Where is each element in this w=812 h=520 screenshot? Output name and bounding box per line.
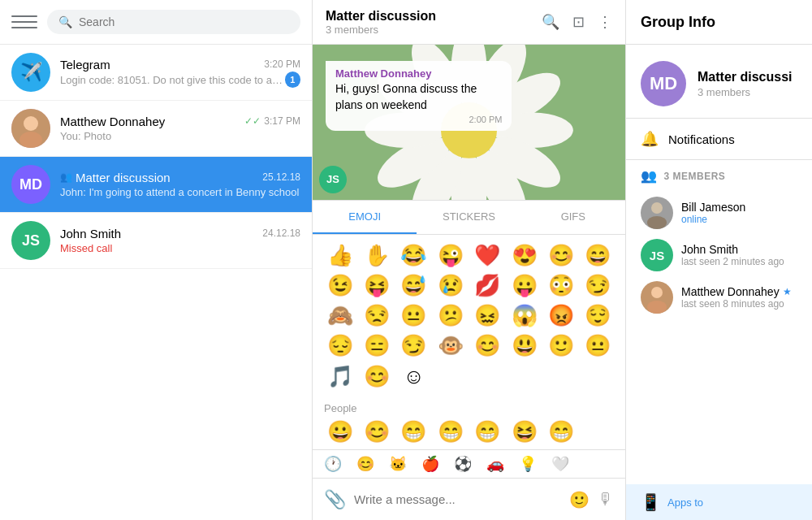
emoji-blush[interactable]: 😊: [472, 333, 503, 358]
emoji-tongue[interactable]: 😝: [361, 273, 392, 298]
group-info-title: Group Info: [641, 14, 715, 31]
emoji-p4[interactable]: 😁: [434, 419, 466, 444]
cat-food[interactable]: 🍎: [421, 455, 439, 473]
chat-item-matter[interactable]: MD 👥 Matter discussion 25.12.18 John: I'…: [0, 157, 312, 213]
avatar-matter: MD: [11, 165, 50, 204]
search-input[interactable]: [79, 15, 289, 28]
emoji-relieved[interactable]: 😌: [582, 303, 614, 328]
emoji-p1[interactable]: 😀: [324, 419, 356, 444]
message-input[interactable]: [354, 492, 561, 506]
chat-title: Matter discussion: [326, 9, 542, 24]
emoji-hearteyes[interactable]: 😍: [508, 243, 540, 268]
emoji-confused[interactable]: 😕: [434, 303, 466, 328]
emoji-wink[interactable]: 😜: [434, 243, 466, 268]
member-item-matthew[interactable]: Matthew Donnahey ★ last seen 8 minutes a…: [641, 276, 797, 318]
mic-button[interactable]: 🎙: [598, 490, 614, 509]
emoji-pensive[interactable]: 😔: [324, 333, 356, 358]
emoji-cry[interactable]: 😢: [434, 273, 466, 298]
chat-item-john[interactable]: JS John Smith 24.12.18 Missed call: [0, 213, 312, 269]
chat-area: Matter discussion 3 members 🔍 ⊡ ⋮: [313, 0, 625, 520]
chat-item-matthew[interactable]: Matthew Donnahey ✓✓ 3:17 PM You: Photo: [0, 101, 312, 157]
emoji-p3[interactable]: 😁: [398, 419, 430, 444]
emoji-kiss[interactable]: 💋: [472, 273, 503, 298]
emoji-unamused[interactable]: 😒: [361, 303, 392, 328]
cat-animals[interactable]: 🐱: [389, 455, 407, 473]
emoji-laugh[interactable]: 😂: [398, 243, 430, 268]
cat-objects[interactable]: 💡: [519, 455, 537, 473]
emoji-note[interactable]: 🎵: [324, 364, 356, 389]
sender-avatar: JS: [319, 166, 347, 193]
cat-symbols[interactable]: 🤍: [551, 455, 569, 473]
emoji-monkey[interactable]: 🙈: [324, 303, 356, 328]
chat-time-matter: 25.12.18: [262, 171, 300, 183]
emoji-tongue2[interactable]: 😛: [508, 273, 540, 298]
member-item-bill[interactable]: Bill Jameson online: [641, 192, 797, 234]
attach-button[interactable]: 📎: [324, 489, 346, 510]
emoji-p7[interactable]: 😁: [545, 419, 577, 444]
more-options-icon[interactable]: ⋮: [598, 13, 612, 31]
cat-people[interactable]: 😊: [356, 455, 374, 473]
emoji-scream[interactable]: 😱: [508, 303, 540, 328]
emoji-sweat[interactable]: 😅: [398, 273, 430, 298]
emoji-angry[interactable]: 😡: [545, 303, 577, 328]
tab-emoji[interactable]: EMOJI: [313, 201, 417, 234]
layout-icon[interactable]: ⊡: [572, 13, 585, 31]
apps-text: Apps to: [667, 496, 703, 509]
chat-preview-matthew: You: Photo: [60, 130, 111, 142]
chat-name-john: John Smith: [60, 227, 121, 240]
emoji-monkey2[interactable]: 🐵: [434, 333, 466, 358]
chat-preview-telegram: Login code: 81051. Do not give this code…: [60, 74, 285, 86]
chat-background: Matthew Donnahey Hi, guys! Gonna discuss…: [313, 45, 625, 200]
emoji-neutral2[interactable]: 😐: [582, 333, 614, 358]
emoji-grid: 👍 ✋ 😂 😜 ❤️ 😍 😊 😄 😉 😝 😅 😢 💋 😛 😳 😏 🙈 😒 😐: [313, 235, 625, 397]
emoji-neutral[interactable]: 😐: [398, 303, 430, 328]
group-avatar-large: MD: [641, 61, 686, 106]
chat-name-matthew: Matthew Donnahey: [60, 115, 165, 128]
emoji-button[interactable]: 🙂: [569, 490, 590, 509]
emoji-grin[interactable]: 😄: [582, 243, 614, 268]
emoji-hand[interactable]: ✋: [361, 243, 392, 268]
cat-recent[interactable]: 🕐: [324, 455, 342, 473]
cat-sports[interactable]: ⚽: [454, 455, 472, 473]
emoji-happy[interactable]: 😊: [361, 364, 392, 389]
tab-stickers[interactable]: STICKERS: [417, 201, 520, 234]
emoji-smiley[interactable]: 😃: [508, 333, 540, 358]
notification-label: Notifications: [668, 132, 735, 146]
member-name-matthew: Matthew Donnahey ★: [681, 285, 792, 298]
emoji-heart[interactable]: ❤️: [472, 243, 503, 268]
chat-list: ✈️ Telegram 3:20 PM Login code: 81051. D…: [0, 45, 312, 520]
emoji-expressionless[interactable]: 😑: [361, 333, 392, 358]
hamburger-menu[interactable]: [11, 9, 37, 35]
members-section: 👥 3 MEMBERS Bill Jameson online JS John …: [626, 160, 812, 323]
emoji-p6[interactable]: 😆: [508, 419, 540, 444]
notifications-row[interactable]: 🔔 Notifications: [626, 119, 812, 160]
search-icon: 🔍: [58, 15, 72, 28]
emoji-thumbsup[interactable]: 👍: [324, 243, 356, 268]
search-box[interactable]: 🔍: [47, 10, 300, 34]
tab-gifs[interactable]: GIFS: [521, 201, 625, 234]
cat-travel[interactable]: 🚗: [486, 455, 504, 473]
member-avatar-john: JS: [641, 239, 673, 271]
chat-time-john: 24.12.18: [262, 228, 300, 239]
emoji-smile[interactable]: 😊: [545, 243, 577, 268]
search-chat-icon[interactable]: 🔍: [542, 13, 559, 31]
emoji-blush2[interactable]: ☺️: [398, 364, 430, 389]
emoji-wink2[interactable]: 😉: [324, 273, 356, 298]
member-item-john[interactable]: JS John Smith last seen 2 minutes ago: [641, 234, 797, 276]
chat-name-matter: 👥 Matter discussion: [60, 171, 171, 184]
avatar-matthew: [11, 109, 50, 148]
emoji-slightly[interactable]: 🙂: [545, 333, 577, 358]
emoji-sleepy[interactable]: 😏: [398, 333, 430, 358]
message-bubble: Matthew Donnahey Hi, guys! Gonna discuss…: [326, 61, 512, 131]
chat-item-telegram[interactable]: ✈️ Telegram 3:20 PM Login code: 81051. D…: [0, 45, 312, 101]
emoji-tired[interactable]: 😖: [472, 303, 503, 328]
emoji-flushed[interactable]: 😳: [545, 273, 577, 298]
svg-point-19: [647, 216, 667, 229]
members-icon: 👥: [641, 168, 658, 184]
apps-to-banner[interactable]: 📱 Apps to: [626, 484, 812, 520]
chat-subtitle: 3 members: [326, 24, 542, 36]
emoji-p2[interactable]: 😊: [361, 419, 392, 444]
emoji-p5[interactable]: 😁: [472, 419, 503, 444]
emoji-smirk[interactable]: 😏: [582, 273, 614, 298]
chat-time-telegram: 3:20 PM: [264, 58, 300, 70]
